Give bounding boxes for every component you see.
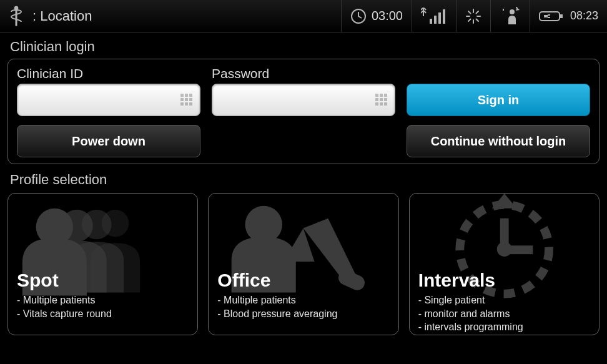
svg-rect-3 (430, 19, 432, 24)
clock-icon (350, 8, 367, 24)
patient-cycle-icon (500, 7, 521, 26)
sign-in-label: Sign in (478, 93, 520, 107)
profile-office-lines: Multiple patients Blood pressure averagi… (217, 293, 389, 320)
sign-in-button[interactable]: Sign in (407, 84, 590, 116)
power-down-button[interactable]: Power down (17, 125, 200, 157)
keypad-icon (180, 93, 194, 107)
svg-point-15 (510, 9, 515, 14)
svg-rect-1 (16, 9, 17, 26)
profile-office-title: Office (217, 270, 389, 291)
status-patient[interactable] (490, 0, 530, 32)
continue-label: Continue without login (431, 134, 566, 149)
svg-rect-17 (540, 12, 560, 21)
status-battery: 08:23 (530, 0, 607, 32)
svg-rect-35 (380, 98, 383, 101)
svg-rect-38 (380, 102, 383, 106)
continue-without-login-button[interactable]: Continue without login (407, 125, 590, 157)
timer-value: 03:00 (372, 9, 403, 23)
profile-section-title: Profile selection (10, 172, 600, 188)
list-item: Single patient (418, 293, 590, 307)
profile-spot-title: Spot (17, 270, 189, 291)
login-section-title: Clinician login (10, 39, 600, 55)
svg-rect-31 (375, 94, 378, 97)
svg-rect-49 (504, 245, 533, 254)
svg-rect-39 (384, 102, 387, 106)
svg-rect-28 (180, 102, 184, 106)
profile-intervals-title: Intervals (418, 270, 590, 291)
power-down-label: Power down (72, 134, 146, 149)
profile-spot-lines: Multiple patients Vitals capture round (17, 293, 189, 320)
svg-rect-34 (375, 98, 378, 101)
login-panel: Clinician ID Password Sign in (7, 59, 600, 164)
svg-rect-33 (384, 94, 387, 97)
antenna-signal-icon (421, 7, 447, 25)
svg-line-13 (468, 19, 471, 21)
profile-intervals-lines: Single patient monitor and alarms interv… (418, 293, 590, 334)
battery-time: 08:23 (570, 9, 598, 22)
svg-marker-50 (492, 194, 517, 209)
status-busy (456, 0, 490, 32)
svg-line-14 (476, 11, 478, 14)
password-label: Password (212, 66, 395, 81)
svg-rect-24 (189, 94, 192, 97)
svg-rect-37 (375, 102, 378, 106)
spinner-icon (465, 8, 481, 24)
svg-rect-30 (189, 102, 192, 106)
location-label: : Location (32, 8, 92, 24)
svg-line-11 (468, 11, 471, 14)
list-item: Multiple patients (217, 293, 389, 307)
svg-line-12 (476, 19, 478, 21)
caduceus-icon (9, 6, 24, 27)
list-item: Blood pressure averaging (217, 307, 389, 321)
svg-rect-36 (384, 98, 387, 101)
list-item: Vitals capture round (17, 307, 189, 321)
profile-intervals[interactable]: Intervals Single patient monitor and ala… (409, 193, 600, 335)
list-item: intervals programming (418, 320, 590, 334)
battery-plug-icon (539, 10, 564, 22)
svg-rect-4 (434, 16, 437, 24)
svg-rect-29 (185, 102, 188, 106)
svg-rect-18 (560, 14, 563, 18)
status-bar: : Location 03:00 (0, 0, 607, 32)
svg-rect-27 (189, 98, 192, 101)
keypad-icon (375, 93, 388, 107)
list-item: monitor and alarms (418, 307, 590, 321)
profile-spot[interactable]: Spot Multiple patients Vitals capture ro… (7, 193, 198, 335)
svg-rect-19 (544, 15, 548, 17)
svg-rect-26 (185, 98, 188, 101)
svg-rect-22 (180, 94, 184, 97)
status-location[interactable]: : Location (0, 0, 341, 32)
svg-rect-6 (443, 9, 445, 24)
status-signal (412, 0, 456, 32)
clinician-id-input[interactable] (17, 84, 200, 116)
svg-rect-23 (185, 94, 188, 97)
list-item: Multiple patients (17, 293, 189, 307)
svg-rect-25 (180, 98, 184, 101)
svg-rect-32 (380, 94, 383, 97)
clinician-id-label: Clinician ID (17, 66, 200, 81)
status-timer[interactable]: 03:00 (341, 0, 412, 32)
password-input[interactable] (212, 84, 395, 116)
profile-office[interactable]: Office Multiple patients Blood pressure … (208, 193, 398, 335)
svg-rect-5 (438, 12, 441, 24)
